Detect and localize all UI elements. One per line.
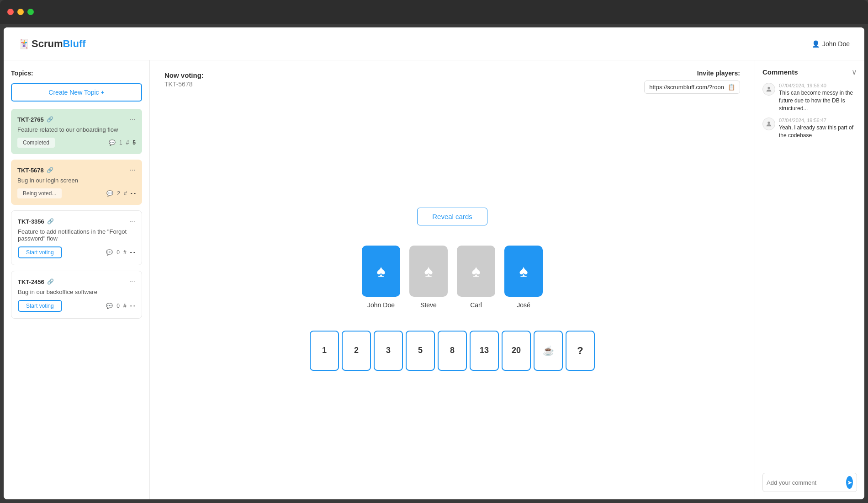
comment-item-2: 07/04/2024, 19:56:47 Yeah, i already saw… [762,118,857,139]
topic-id: TKT-2765 🔗 [17,116,53,123]
copy-icon[interactable]: 📋 [728,84,735,91]
maximize-button[interactable] [27,9,34,15]
player-col-steve: ♠ Steve [409,246,448,309]
vote-card-5[interactable]: 5 [406,331,435,371]
comment-send-button[interactable]: ➤ [846,476,853,489]
start-voting-button-2456[interactable]: Start voting [18,300,62,312]
comment-input[interactable] [767,479,843,486]
comments-header: Comments ∨ [762,68,857,76]
topic-id: TKT-3356 🔗 [18,218,54,225]
comment-icon: 💬 [106,249,113,256]
svg-point-0 [767,87,770,89]
link-icon[interactable]: 🔗 [47,218,54,225]
cards-area: Reveal cards ♠ John Doe ♠ [164,90,740,488]
topic-status: Being voted... [17,188,62,198]
hash-icon: # [124,190,127,197]
player-card-carl: ♠ [457,246,495,297]
app-window: 🃏 ScrumBluff 👤 John Doe Topics: Create N… [0,0,868,503]
app-content: 🃏 ScrumBluff 👤 John Doe Topics: Create N… [4,27,864,499]
topic-footer: Completed 💬1 # 5 [17,138,136,148]
comment-body-1: 07/04/2024, 19:56:40 This can become mes… [779,83,857,112]
start-voting-button-3356[interactable]: Start voting [18,246,62,258]
vote-card-20[interactable]: 20 [502,331,531,371]
user-icon: 👤 [812,40,820,48]
topic-card-tkt2456: TKT-2456 🔗 ··· Bug in our backoffice sof… [11,271,142,319]
player-col-carl: ♠ Carl [457,246,495,309]
avatar-2 [762,118,775,130]
players-row: ♠ John Doe ♠ Steve [362,246,543,309]
vote-card-3[interactable]: 3 [374,331,403,371]
comment-text-2: Yeah, i already saw this part of the cod… [779,124,857,139]
topic-menu[interactable]: ··· [130,115,136,123]
topic-desc: Bug in our login screen [17,177,136,184]
logo-text: ScrumBluff [32,38,86,50]
main-content: Topics: Create New Topic + TKT-2765 🔗 ··… [4,60,864,499]
send-icon: ➤ [847,479,852,486]
logo-bluff: Bluff [63,38,85,49]
player-card-steve: ♠ [409,246,448,297]
svg-point-1 [767,122,770,124]
reveal-cards-button[interactable]: Reveal cards [417,208,487,225]
vote-card-question[interactable]: ? [566,331,595,371]
comment-text-1: This can become messy in the future due … [779,89,857,112]
comment-icon: 💬 [106,190,113,197]
topic-card-tkt5678: TKT-5678 🔗 ··· Bug in our login screen B… [11,160,142,205]
close-button[interactable] [7,9,14,15]
content-inner: Now voting: TKT-5678 Reveal cards ♠ [150,60,755,499]
sidebar: Topics: Create New Topic + TKT-2765 🔗 ··… [4,60,150,499]
logo-scrum: Scrum [32,38,63,49]
spade-icon: ♠ [519,262,528,281]
topic-header: TKT-2765 🔗 ··· [17,115,136,123]
link-icon[interactable]: 🔗 [47,167,53,173]
topic-id: TKT-2456 🔗 [18,278,54,285]
topic-header: TKT-5678 🔗 ··· [17,166,136,174]
invite-url-box: https://scrumbluff.com/?roon 📋 [644,80,740,94]
titlebar [0,0,868,24]
topic-menu[interactable]: ··· [129,217,135,225]
invite-url: https://scrumbluff.com/?roon [649,84,724,91]
vote-card-2[interactable]: 2 [342,331,371,371]
vote-card-coffee[interactable]: ☕ [534,331,563,371]
topic-meta: 💬2 # - - [106,190,136,197]
minimize-button[interactable] [17,9,24,15]
topic-footer: Being voted... 💬2 # - - [17,188,136,198]
comments-panel: Comments ∨ 07/04/2024, 19:56:40 This can… [755,60,864,499]
topic-menu[interactable]: ··· [130,166,136,174]
comment-body-2: 07/04/2024, 19:56:47 Yeah, i already saw… [779,118,857,139]
sidebar-label: Topics: [11,70,142,77]
topic-status: Completed [17,138,55,148]
link-icon[interactable]: 🔗 [47,278,54,285]
spade-icon: ♠ [376,262,385,281]
comment-input-area: ➤ [762,473,857,492]
create-topic-button[interactable]: Create New Topic + [11,83,142,102]
invite-section: Invite players: https://scrumbluff.com/?… [644,70,740,94]
spade-icon: ♠ [471,262,480,281]
topic-footer: Start voting 💬0 # - - [18,246,135,258]
topic-meta: 💬0 # - - [106,249,135,256]
spade-icon: ♠ [424,262,433,281]
player-name-steve: Steve [420,301,437,309]
user-name: John Doe [822,40,850,48]
link-icon[interactable]: 🔗 [47,116,53,123]
player-col-johndoe: ♠ John Doe [362,246,400,309]
topic-meta: 💬1 # 5 [109,139,136,146]
topic-desc: Bug in our backoffice software [18,289,135,295]
header: 🃏 ScrumBluff 👤 John Doe [4,27,864,60]
topic-menu[interactable]: ··· [129,278,135,286]
logo-icon: 🃏 [18,38,30,49]
comments-chevron[interactable]: ∨ [852,68,857,76]
topic-card-tkt2765: TKT-2765 🔗 ··· Feature related to our on… [11,109,142,154]
now-voting-label: Now voting: [164,71,204,79]
vote-card-8[interactable]: 8 [438,331,467,371]
invite-label: Invite players: [644,70,740,77]
topic-meta: 💬0 # - - [106,303,135,309]
topic-desc: Feature related to our onboarding flow [17,126,136,133]
player-name-carl: Carl [470,301,482,309]
topic-card-tkt3356: TKT-3356 🔗 ··· Feature to add notificati… [11,210,142,265]
voting-cards-row: 1 2 3 5 8 13 20 ☕ ? [310,331,595,371]
topic-id: TKT-5678 🔗 [17,167,53,174]
vote-card-13[interactable]: 13 [470,331,499,371]
vote-card-1[interactable]: 1 [310,331,339,371]
player-name-jose: José [517,301,530,309]
comment-time-2: 07/04/2024, 19:56:47 [779,118,857,123]
